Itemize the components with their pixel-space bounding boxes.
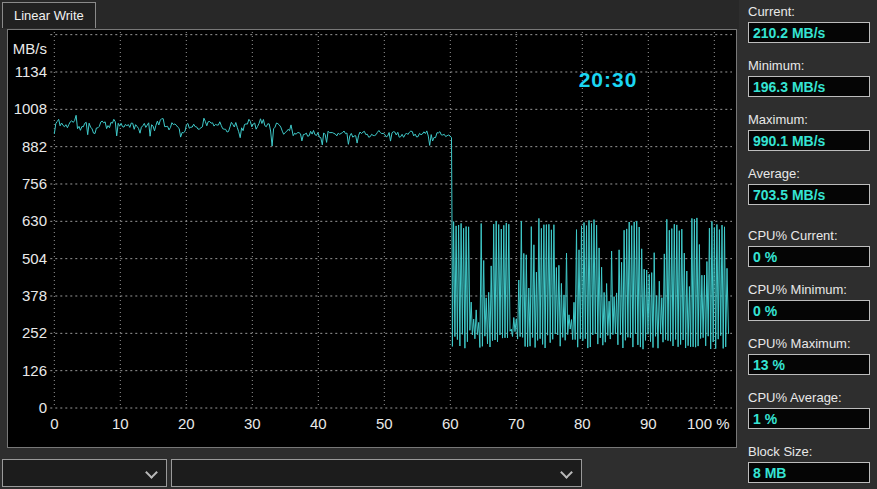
stat-value-box: 1 % <box>748 408 870 429</box>
benchmark-chart-panel: MB/s012625237850463075688210081134010203… <box>7 29 737 448</box>
y-axis-tick-label: 378 <box>22 287 47 304</box>
y-axis-tick-label: 882 <box>22 138 47 155</box>
stat-label: Average: <box>748 166 877 181</box>
stat-value-box: 703.5 MB/s <box>748 184 870 205</box>
stat-value: 1 % <box>749 411 777 427</box>
benchmark-chart: MB/s012625237850463075688210081134010203… <box>8 30 738 449</box>
benchmark-window: { "tab_bar": { "tabs": [ { "label": "Lin… <box>0 0 877 489</box>
tab-bar: Linear Write <box>0 0 739 29</box>
y-axis-tick-label: 504 <box>22 250 47 267</box>
stat-value-box: 0 % <box>748 300 870 321</box>
stat-label: CPU% Maximum: <box>748 336 877 351</box>
y-axis-tick-label: 756 <box>22 175 47 192</box>
stat-value: 0 % <box>749 303 777 319</box>
stat-label: Minimum: <box>748 58 877 73</box>
x-axis-tick-label: 90 <box>640 415 657 432</box>
stat-value-box: 210.2 MB/s <box>748 22 870 43</box>
stat-label: Block Size: <box>748 444 877 459</box>
stat-value: 0 % <box>749 249 777 265</box>
stat-value-box: 0 % <box>748 246 870 267</box>
x-axis-tick-label: 20 <box>178 415 195 432</box>
throughput-line <box>54 115 728 349</box>
chevron-down-icon <box>145 466 158 479</box>
stat-cpu-current: CPU% Current: 0 % <box>748 228 877 267</box>
test-type-select[interactable]: Linear Write <box>2 459 167 487</box>
stats-sidebar: Current: 210.2 MB/s Minimum: 196.3 MB/s … <box>741 0 877 489</box>
x-axis-tick-label: 10 <box>112 415 129 432</box>
x-axis-tick-label: 60 <box>442 415 459 432</box>
stat-label: CPU% Current: <box>748 228 877 243</box>
x-axis-tick-label: 50 <box>376 415 393 432</box>
x-axis-tick-label: 70 <box>508 415 525 432</box>
stat-value-box: 13 % <box>748 354 870 375</box>
stat-block-size: Block Size: 8 MB <box>748 444 877 483</box>
stat-cpu-minimum: CPU% Minimum: 0 % <box>748 282 877 321</box>
y-axis-tick-label: 126 <box>22 362 47 379</box>
stat-label: CPU% Minimum: <box>748 282 877 297</box>
y-axis-tick-label: 1008 <box>14 100 47 117</box>
y-axis-unit-label: MB/s <box>13 40 47 57</box>
x-axis-tick-label: 40 <box>310 415 327 432</box>
stat-current: Current: 210.2 MB/s <box>748 4 877 43</box>
x-axis-tick-label: 80 <box>574 415 591 432</box>
stat-value: 8 MB <box>749 465 786 481</box>
stat-value-box: 8 MB <box>748 462 870 483</box>
stat-value: 990.1 MB/s <box>749 133 825 149</box>
stat-label: CPU% Average: <box>748 390 877 405</box>
chevron-down-icon <box>560 466 573 479</box>
y-axis-tick-label: 630 <box>22 212 47 229</box>
elapsed-time: 20:30 <box>560 68 656 92</box>
stat-minimum: Minimum: 196.3 MB/s <box>748 58 877 97</box>
stat-maximum: Maximum: 990.1 MB/s <box>748 112 877 151</box>
stat-label: Current: <box>748 4 877 19</box>
stat-cpu-maximum: CPU% Maximum: 13 % <box>748 336 877 375</box>
stat-value: 703.5 MB/s <box>749 187 825 203</box>
x-axis-tick-label: 100 % <box>687 415 730 432</box>
stat-value-box: 990.1 MB/s <box>748 130 870 151</box>
y-axis-tick-label: 252 <box>22 324 47 341</box>
tab-linear-write[interactable]: Linear Write <box>2 2 96 28</box>
stat-value: 13 % <box>749 357 785 373</box>
stat-cpu-average: CPU% Average: 1 % <box>748 390 877 429</box>
stat-value: 196.3 MB/s <box>749 79 825 95</box>
y-axis-tick-label: 1134 <box>15 63 47 80</box>
stat-average: Average: 703.5 MB/s <box>748 166 877 205</box>
y-axis-tick-label: 0 <box>39 399 47 416</box>
x-axis-tick-label: 30 <box>244 415 261 432</box>
stat-value-box: 196.3 MB/s <box>748 76 870 97</box>
x-axis-tick-label: 0 <box>50 415 58 432</box>
stat-label: Maximum: <box>748 112 877 127</box>
drive-select[interactable]: Disk Drive #3 [ACASIS EC-6609Air] (238.5… <box>171 459 582 487</box>
stat-value: 210.2 MB/s <box>749 25 825 41</box>
